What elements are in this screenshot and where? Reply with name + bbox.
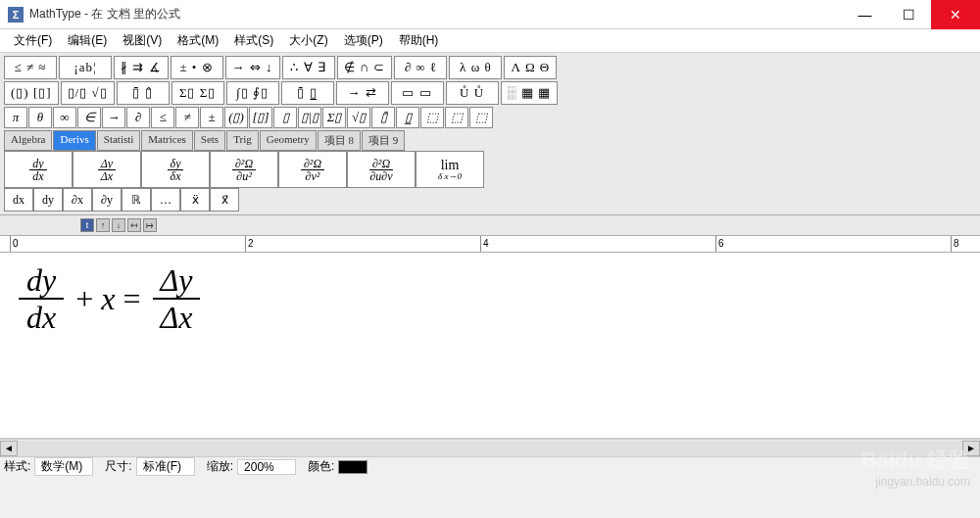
close-button[interactable]: ✕ bbox=[931, 0, 980, 29]
equals-op: = bbox=[122, 281, 140, 317]
deriv-template-0[interactable]: dydx bbox=[4, 151, 73, 188]
palette1-9[interactable]: Λ Ω Θ bbox=[504, 56, 557, 79]
fraction-1[interactable]: dy dx bbox=[19, 262, 64, 335]
smallbtn-6[interactable]: ≤ bbox=[151, 107, 174, 128]
deriv-small-1[interactable]: dy bbox=[33, 188, 63, 212]
smallbtn-12[interactable]: ▯|▯ bbox=[298, 107, 321, 128]
tab-trig[interactable]: Trig bbox=[226, 130, 259, 151]
scroll-left-icon[interactable]: ◄ bbox=[0, 441, 18, 456]
palette1-7[interactable]: ∂ ∞ ℓ bbox=[394, 56, 447, 79]
scroll-right-icon[interactable]: ► bbox=[962, 441, 980, 456]
nav-btn-3[interactable]: ↤ bbox=[127, 218, 141, 232]
nav-btn-0[interactable]: t bbox=[80, 218, 94, 232]
palette2-2[interactable]: ▯̄ ▯̂ bbox=[117, 81, 170, 105]
palette2-8[interactable]: Ů Ů bbox=[446, 81, 499, 105]
menu-1[interactable]: 编辑(E) bbox=[60, 29, 115, 52]
size-label: 尺寸: bbox=[105, 458, 131, 475]
palette1-8[interactable]: λ ω θ bbox=[449, 56, 502, 79]
palette2-1[interactable]: ▯/▯ √▯ bbox=[61, 81, 115, 105]
window-title: MathType - 在 文档 里的公式 bbox=[29, 6, 843, 23]
menu-3[interactable]: 格式(M) bbox=[170, 29, 226, 52]
smallbtn-18[interactable]: ⬚ bbox=[445, 107, 468, 128]
smallbtn-0[interactable]: π bbox=[4, 107, 27, 128]
style-value[interactable]: 数学(M) bbox=[34, 457, 93, 476]
palette2-0[interactable]: (▯) [▯] bbox=[4, 81, 59, 105]
smallbtn-10[interactable]: [▯] bbox=[249, 107, 272, 128]
size-value[interactable]: 标准(F) bbox=[136, 457, 195, 476]
tab-项目 8[interactable]: 项目 8 bbox=[318, 130, 361, 151]
palette2-7[interactable]: ▭ ▭ bbox=[391, 81, 444, 105]
palette1-5[interactable]: ∴ ∀ ∃ bbox=[282, 56, 335, 79]
color-swatch[interactable] bbox=[338, 460, 368, 474]
menu-5[interactable]: 大小(Z) bbox=[281, 29, 335, 52]
tab-derivs[interactable]: Derivs bbox=[53, 130, 95, 151]
palette2-5[interactable]: ▯̄ ▯̲ bbox=[281, 81, 334, 105]
palette2-6[interactable]: → ⇄ bbox=[336, 81, 389, 105]
deriv-small-6[interactable]: ẍ bbox=[180, 188, 210, 212]
ruler-mark-6: 6 bbox=[718, 238, 724, 249]
deriv-small-2[interactable]: ∂x bbox=[63, 188, 92, 212]
color-label: 颜色: bbox=[308, 458, 334, 475]
palette1-1[interactable]: ¡ab¦ bbox=[59, 56, 112, 79]
smallbtn-16[interactable]: ▯̲ bbox=[396, 107, 419, 128]
tab-项目 9[interactable]: 项目 9 bbox=[362, 130, 405, 151]
deriv-template-2[interactable]: δyδx bbox=[141, 151, 210, 188]
palette1-6[interactable]: ∉ ∩ ⊂ bbox=[337, 56, 393, 79]
palette1-2[interactable]: ∦ ⇉ ∡ bbox=[114, 56, 169, 79]
nav-btn-4[interactable]: ↦ bbox=[143, 218, 157, 232]
plus-op: + bbox=[75, 281, 93, 317]
menu-2[interactable]: 视图(V) bbox=[115, 29, 170, 52]
tab-sets[interactable]: Sets bbox=[194, 130, 225, 151]
deriv-template-5[interactable]: ∂²Ω∂u∂v bbox=[347, 151, 416, 188]
deriv-small-5[interactable]: … bbox=[151, 188, 180, 212]
smallbtn-5[interactable]: ∂ bbox=[126, 107, 150, 128]
nav-btn-2[interactable]: ↓ bbox=[112, 218, 125, 232]
smallbtn-14[interactable]: √▯ bbox=[347, 107, 370, 128]
palette2-3[interactable]: Σ▯ Σ▯ bbox=[172, 81, 224, 105]
palette2-9[interactable]: ░ ▦ ▦ bbox=[501, 81, 559, 105]
smallbtn-2[interactable]: ∞ bbox=[53, 107, 76, 128]
tab-matrices[interactable]: Matrices bbox=[141, 130, 192, 151]
menu-0[interactable]: 文件(F) bbox=[6, 29, 60, 52]
ruler-mark-8: 8 bbox=[954, 238, 959, 249]
menu-4[interactable]: 样式(S) bbox=[226, 29, 281, 52]
app-icon: Σ bbox=[8, 7, 24, 23]
minimize-button[interactable]: — bbox=[843, 0, 887, 29]
deriv-template-1[interactable]: ΔyΔx bbox=[73, 151, 141, 188]
deriv-template-3[interactable]: ∂²Ω∂u² bbox=[210, 151, 278, 188]
tab-geometry[interactable]: Geometry bbox=[260, 130, 317, 151]
smallbtn-17[interactable]: ⬚ bbox=[420, 107, 444, 128]
smallbtn-3[interactable]: ∈ bbox=[77, 107, 101, 128]
fraction-2[interactable]: Δy Δx bbox=[153, 262, 201, 335]
nav-btn-1[interactable]: ↑ bbox=[96, 218, 110, 232]
variable-x: x bbox=[101, 281, 115, 317]
palette1-4[interactable]: → ⇔ ↓ bbox=[225, 56, 280, 79]
smallbtn-4[interactable]: → bbox=[102, 107, 125, 128]
palette1-3[interactable]: ± • ⊗ bbox=[171, 56, 223, 79]
smallbtn-9[interactable]: (▯) bbox=[224, 107, 248, 128]
menu-6[interactable]: 选项(P) bbox=[336, 29, 391, 52]
deriv-small-0[interactable]: dx bbox=[4, 188, 33, 212]
deriv-small-3[interactable]: ∂y bbox=[92, 188, 122, 212]
palette2-4[interactable]: ∫▯ ∮▯ bbox=[226, 81, 279, 105]
horizontal-scrollbar[interactable]: ◄ ► bbox=[0, 439, 980, 456]
smallbtn-11[interactable]: ▯ bbox=[273, 107, 297, 128]
deriv-small-4[interactable]: ℝ bbox=[122, 188, 151, 212]
lim-template[interactable]: limδ x→0 bbox=[416, 151, 484, 188]
smallbtn-7[interactable]: ≠ bbox=[175, 107, 199, 128]
zoom-value[interactable]: 200% bbox=[237, 459, 296, 475]
menu-7[interactable]: 帮助(H) bbox=[391, 29, 447, 52]
maximize-button[interactable]: ☐ bbox=[887, 0, 931, 29]
deriv-template-4[interactable]: ∂²Ω∂v² bbox=[278, 151, 347, 188]
smallbtn-1[interactable]: θ bbox=[28, 107, 52, 128]
equation-canvas[interactable]: dy dx + x = Δy Δx bbox=[0, 253, 980, 439]
tab-algebra[interactable]: Algebra bbox=[4, 130, 52, 151]
palette1-0[interactable]: ≤ ≠ ≈ bbox=[4, 56, 57, 79]
smallbtn-8[interactable]: ± bbox=[200, 107, 223, 128]
tab-statisti[interactable]: Statisti bbox=[97, 130, 141, 151]
ruler-mark-0: 0 bbox=[13, 238, 19, 249]
smallbtn-19[interactable]: ⬚ bbox=[469, 107, 493, 128]
smallbtn-15[interactable]: ▯̄ bbox=[371, 107, 395, 128]
deriv-small-7[interactable]: x⃗ bbox=[210, 188, 239, 212]
smallbtn-13[interactable]: Σ▯ bbox=[322, 107, 346, 128]
